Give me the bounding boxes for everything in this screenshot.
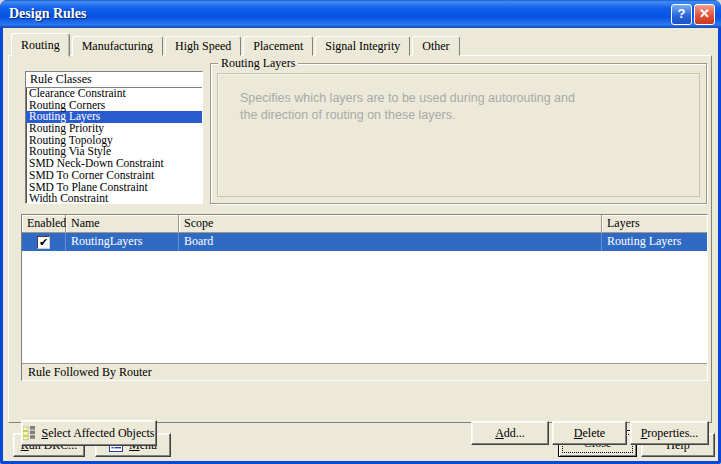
affected-objects-icon xyxy=(23,426,36,441)
tab-high-speed[interactable]: High Speed xyxy=(165,36,241,56)
enabled-cell: ✔ xyxy=(22,233,66,251)
grid-header-row: Enabled Name Scope Layers xyxy=(22,215,707,233)
grid-empty-area xyxy=(22,251,707,363)
titlebar-close-icon[interactable]: ✕ xyxy=(694,4,715,25)
tab-manufacturing[interactable]: Manufacturing xyxy=(72,36,163,56)
column-header-name[interactable]: Name xyxy=(66,215,179,232)
groupbox-inner-panel: Specifies which layers are to be used du… xyxy=(217,73,700,197)
tab-strip: Routing Manufacturing High Speed Placeme… xyxy=(11,32,462,56)
table-row[interactable]: ✔ RoutingLayers Board Routing Layers xyxy=(22,233,707,251)
properties-button[interactable]: Properties... xyxy=(630,421,709,445)
titlebar[interactable]: Design Rules ? ✕ xyxy=(0,0,721,28)
list-item[interactable]: Clearance Constraint xyxy=(26,88,202,100)
rules-grid[interactable]: Enabled Name Scope Layers ✔ RoutingLayer… xyxy=(21,214,708,381)
rule-classes-listbox[interactable]: Rule Classes Clearance Constraint Routin… xyxy=(25,71,203,204)
name-cell[interactable]: RoutingLayers xyxy=(66,233,179,251)
tab-signal-integrity[interactable]: Signal Integrity xyxy=(315,36,410,56)
column-header-scope[interactable]: Scope xyxy=(179,215,602,232)
select-affected-objects-button[interactable]: Select Affected Objects xyxy=(21,420,157,446)
list-item[interactable]: Routing Priority xyxy=(26,123,202,135)
enabled-checkbox[interactable]: ✔ xyxy=(37,236,50,249)
add-label: Add... xyxy=(495,426,525,441)
tab-placement[interactable]: Placement xyxy=(243,36,313,56)
layers-cell[interactable]: Routing Layers xyxy=(602,233,707,251)
design-rules-dialog: Design Rules ? ✕ Routing Manufacturing H… xyxy=(0,0,721,464)
list-item[interactable]: SMD To Corner Constraint xyxy=(26,170,202,182)
list-item[interactable]: Width Constraint xyxy=(26,193,202,204)
titlebar-help-icon[interactable]: ? xyxy=(671,4,692,25)
tab-other[interactable]: Other xyxy=(412,36,459,56)
window-title: Design Rules xyxy=(0,6,86,22)
rule-description: Specifies which layers are to be used du… xyxy=(240,90,592,124)
properties-label: Properties... xyxy=(641,426,699,441)
rule-classes-header: Rule Classes xyxy=(26,72,202,88)
delete-label: Delete xyxy=(574,426,605,441)
grid-status-bar: Rule Followed By Router xyxy=(22,363,707,380)
add-button[interactable]: Add... xyxy=(471,421,549,445)
delete-button[interactable]: Delete xyxy=(552,421,627,445)
dialog-body: Routing Manufacturing High Speed Placeme… xyxy=(3,28,718,461)
column-header-layers[interactable]: Layers xyxy=(602,215,707,232)
select-affected-objects-label: Select Affected Objects xyxy=(41,426,154,441)
groupbox-title: Routing Layers xyxy=(218,56,298,71)
column-header-enabled[interactable]: Enabled xyxy=(22,215,66,232)
routing-tab-page: Rule Classes Clearance Constraint Routin… xyxy=(8,55,712,423)
routing-layers-groupbox: Routing Layers Specifies which layers ar… xyxy=(210,63,707,204)
tab-routing[interactable]: Routing xyxy=(11,33,70,57)
scope-cell[interactable]: Board xyxy=(179,233,602,251)
